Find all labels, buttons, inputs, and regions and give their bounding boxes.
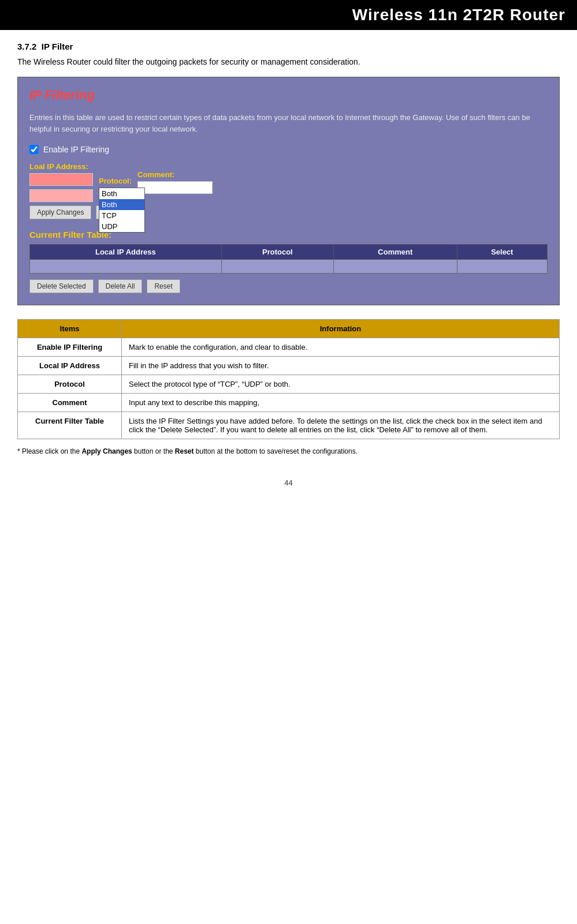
info-col-information: Information <box>122 320 560 338</box>
info-col-items: Items <box>18 320 122 338</box>
filter-table-empty-row <box>30 260 548 274</box>
reset-table-button[interactable]: Reset <box>147 279 180 293</box>
empty-cell-1 <box>30 260 222 274</box>
protocol-option-both-selected[interactable]: Both <box>99 199 144 210</box>
info-item-label: Enable IP Filtering <box>18 338 122 357</box>
info-item-label: Comment <box>18 394 122 412</box>
info-item-label: Local IP Address <box>18 357 122 375</box>
info-table-header-row: Items Information <box>18 320 560 338</box>
apply-changes-button[interactable]: Apply Changes <box>29 205 91 219</box>
info-item-label: Current Filter Table <box>18 412 122 439</box>
info-item-value: Input any text to describe this mapping, <box>122 394 560 412</box>
col-protocol: Protocol <box>221 245 333 260</box>
enable-ip-filtering-checkbox[interactable] <box>29 145 39 154</box>
filter-table-header-row: Local IP Address Protocol Comment Select <box>30 245 548 260</box>
info-item-value: Select the protocol type of “TCP”, “UDP”… <box>122 375 560 394</box>
protocol-option-udp[interactable]: UDP <box>99 221 144 232</box>
enable-ip-filtering-label: Enable IP Filtering <box>43 145 109 154</box>
page-header: Wireless 11n 2T2R Router <box>0 0 577 30</box>
info-table: Items Information Enable IP FilteringMar… <box>17 319 560 439</box>
info-item-value: Lists the IP Filter Settings you have ad… <box>122 412 560 439</box>
comment-input[interactable] <box>137 181 213 194</box>
ip-filtering-panel: IP Filtering Entries in this table are u… <box>17 77 560 305</box>
empty-cell-4 <box>457 260 547 274</box>
panel-description: Entries in this table are used to restri… <box>29 112 548 134</box>
delete-selected-button[interactable]: Delete Selected <box>29 279 94 293</box>
page-number: 44 <box>17 478 560 487</box>
section-description: The Wireless Router could filter the out… <box>17 57 560 66</box>
filter-table: Local IP Address Protocol Comment Select <box>29 244 548 274</box>
empty-cell-2 <box>221 260 333 274</box>
local-ip-label: Loal IP Address: <box>29 162 93 171</box>
local-ip-inputs <box>29 173 93 202</box>
col-comment: Comment <box>334 245 457 260</box>
col-local-ip: Local IP Address <box>30 245 222 260</box>
info-item-value: Fill in the IP address that you wish to … <box>122 357 560 375</box>
col-select: Select <box>457 245 547 260</box>
info-table-row: CommentInput any text to describe this m… <box>18 394 560 412</box>
local-ip-input-2[interactable] <box>29 189 93 202</box>
main-form-row: Loal IP Address: Protocol: Both Both TCP… <box>29 162 548 202</box>
protocol-label: Protocol: <box>99 177 132 185</box>
bottom-btn-row: Delete Selected Delete All Reset <box>29 279 548 293</box>
empty-cell-3 <box>334 260 457 274</box>
info-table-row: Current Filter TableLists the IP Filter … <box>18 412 560 439</box>
section-title: 3.7.2 IP Filter <box>17 42 560 51</box>
panel-title: IP Filtering <box>29 88 548 103</box>
local-ip-input-1[interactable] <box>29 173 93 186</box>
info-table-row: Local IP AddressFill in the IP address t… <box>18 357 560 375</box>
info-table-row: ProtocolSelect the protocol type of “TCP… <box>18 375 560 394</box>
protocol-option-both[interactable]: Both <box>99 188 144 199</box>
enable-ip-filtering-row: Enable IP Filtering <box>29 145 548 154</box>
local-ip-group: Loal IP Address: <box>29 162 93 202</box>
protocol-dropdown: Both Both TCP UDP <box>99 188 145 233</box>
footnote: * Please click on the Apply Changes butt… <box>17 447 560 455</box>
info-item-label: Protocol <box>18 375 122 394</box>
protocol-group: Protocol: Both Both TCP UDP <box>99 177 132 188</box>
comment-group: Comment: <box>137 170 213 194</box>
delete-all-button[interactable]: Delete All <box>98 279 143 293</box>
info-item-value: Mark to enable the configuration, and cl… <box>122 338 560 357</box>
header-title: Wireless 11n 2T2R Router <box>352 6 565 24</box>
protocol-option-tcp[interactable]: TCP <box>99 210 144 221</box>
comment-label: Comment: <box>137 170 213 179</box>
info-table-row: Enable IP FilteringMark to enable the co… <box>18 338 560 357</box>
